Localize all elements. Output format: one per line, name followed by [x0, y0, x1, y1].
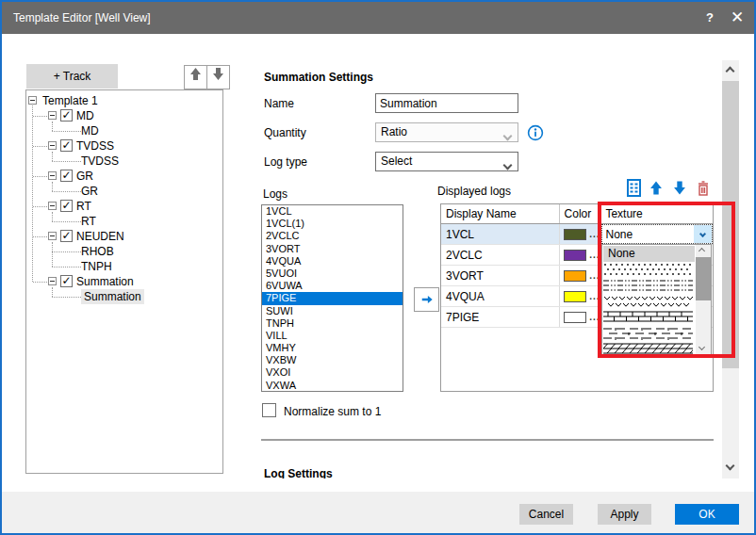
- logtype-select[interactable]: Select: [375, 152, 518, 171]
- tree-node-label[interactable]: TVDSS: [76, 138, 114, 154]
- tree-row[interactable]: ✓NEUDEN: [26, 229, 222, 244]
- tree-row[interactable]: RHOB: [26, 244, 222, 259]
- texture-option-zigzag[interactable]: [603, 294, 695, 310]
- scroll-up-icon[interactable]: [698, 248, 705, 254]
- scroll-down-icon[interactable]: [698, 344, 705, 350]
- color-swatch[interactable]: [564, 229, 587, 240]
- close-button[interactable]: ✕: [722, 2, 752, 34]
- tree-row[interactable]: GR: [26, 184, 222, 199]
- texture-option-dots[interactable]: [603, 262, 695, 278]
- logs-listbox[interactable]: 1VCL1VCL(1)2VCLC3VORT4VQUA5VUOI6VUWA7PIG…: [261, 204, 403, 392]
- scroll-up-icon[interactable]: [726, 67, 735, 76]
- color-more-button[interactable]: ...: [589, 250, 600, 260]
- tree-node-label[interactable]: MD: [76, 108, 94, 123]
- tree-expander-icon[interactable]: [48, 277, 57, 285]
- logs-item[interactable]: SUWI: [262, 305, 403, 317]
- tree-checkbox[interactable]: ✓: [60, 275, 73, 287]
- info-icon[interactable]: [527, 124, 544, 141]
- tree-row[interactable]: ✓TVDSS: [26, 138, 222, 154]
- column-header[interactable]: Color: [560, 204, 601, 223]
- tree-node-label[interactable]: Summation: [76, 274, 134, 289]
- trash-icon[interactable]: [697, 180, 710, 197]
- tree-expander-icon[interactable]: [48, 141, 57, 150]
- apply-button[interactable]: Apply: [598, 504, 651, 525]
- tree-expander-icon[interactable]: [48, 232, 57, 240]
- name-input[interactable]: [375, 93, 518, 113]
- tree-expander-icon[interactable]: [48, 202, 57, 210]
- texture-option-none[interactable]: None: [603, 246, 695, 262]
- logs-item[interactable]: 2VCLC: [262, 230, 403, 242]
- texture-combobox[interactable]: None: [601, 224, 714, 244]
- color-more-button[interactable]: ...: [589, 312, 600, 322]
- tree-row[interactable]: ✓RT: [26, 199, 222, 214]
- tree-node-label[interactable]: RHOB: [81, 244, 114, 259]
- table-row[interactable]: 1VCL...None: [441, 224, 713, 245]
- scrollbar-thumb[interactable]: [696, 257, 711, 300]
- color-swatch[interactable]: [564, 270, 587, 282]
- add-track-button[interactable]: + Track: [26, 64, 118, 89]
- tree-row[interactable]: TNPH: [26, 259, 222, 274]
- tree-node-label[interactable]: GR: [76, 169, 93, 184]
- tree-checkbox[interactable]: ✓: [60, 139, 73, 152]
- logs-item[interactable]: VILL: [262, 330, 403, 342]
- tree-node-label[interactable]: GR: [81, 184, 98, 199]
- normalize-checkbox[interactable]: [262, 403, 276, 417]
- tree-row[interactable]: ✓MD: [26, 108, 222, 123]
- logs-item[interactable]: 3VORT: [262, 243, 403, 255]
- color-swatch[interactable]: [564, 312, 587, 323]
- move-row-down-button[interactable]: [673, 180, 686, 196]
- scroll-down-icon[interactable]: [726, 462, 735, 471]
- logs-item[interactable]: VXWA: [262, 380, 403, 392]
- tree-row[interactable]: ✓GR: [26, 169, 222, 184]
- tree-node-label[interactable]: Summation: [81, 289, 144, 304]
- column-header[interactable]: Texture: [600, 204, 713, 223]
- logs-item[interactable]: 6VUWA: [262, 280, 403, 292]
- logs-item[interactable]: 7PIGE: [262, 292, 403, 304]
- ok-button[interactable]: OK: [675, 504, 739, 525]
- tree-row[interactable]: MD: [26, 123, 222, 138]
- texture-option-dash-dot[interactable]: [603, 278, 695, 294]
- texture-dropdown-list[interactable]: None: [601, 244, 712, 356]
- add-log-button[interactable]: [414, 287, 439, 312]
- tree-row[interactable]: Template 1: [26, 93, 222, 108]
- tree-node-label[interactable]: RT: [76, 199, 91, 214]
- texture-option-diagonal-brick[interactable]: [603, 342, 695, 358]
- tree-checkbox[interactable]: ✓: [60, 109, 73, 122]
- move-track-up-button[interactable]: [184, 65, 207, 89]
- logs-item[interactable]: 4VQUA: [262, 255, 403, 268]
- logs-item[interactable]: VXBW: [262, 354, 403, 366]
- titlebar[interactable]: Template Editor [Well View] ? ✕: [2, 2, 754, 34]
- logs-item[interactable]: 1VCL(1): [262, 218, 403, 230]
- move-row-up-button[interactable]: [649, 180, 663, 196]
- tree-checkbox[interactable]: ✓: [60, 170, 73, 182]
- logs-item[interactable]: 5VUOI: [262, 268, 403, 280]
- tree-node-label[interactable]: Template 1: [42, 93, 98, 108]
- tree-row[interactable]: ✓Summation: [26, 274, 222, 289]
- color-more-button[interactable]: ...: [589, 229, 600, 239]
- tree-expander-icon[interactable]: [48, 171, 57, 180]
- scrollbar-thumb[interactable]: [722, 81, 739, 368]
- panel-scrollbar[interactable]: [722, 60, 739, 478]
- tree-row[interactable]: TVDSS: [26, 154, 222, 169]
- color-more-button[interactable]: ...: [589, 291, 600, 301]
- help-button[interactable]: ?: [696, 2, 724, 34]
- tree-checkbox[interactable]: ✓: [60, 200, 73, 212]
- tree-node-label[interactable]: NEUDEN: [76, 229, 124, 244]
- column-header[interactable]: Display Name: [441, 204, 560, 223]
- table-icon[interactable]: [627, 179, 641, 197]
- logs-item[interactable]: TNPH: [262, 317, 403, 330]
- tree-row[interactable]: Summation: [26, 289, 222, 304]
- color-more-button[interactable]: ...: [589, 270, 600, 281]
- texture-dropdown-button[interactable]: [694, 225, 712, 243]
- tree-expander-icon[interactable]: [48, 111, 57, 120]
- tree-checkbox[interactable]: ✓: [60, 230, 73, 242]
- template-tree[interactable]: Template 1✓MDMD✓TVDSSTVDSS✓GRGR✓RTRT✓NEU…: [25, 89, 223, 474]
- color-swatch[interactable]: [564, 291, 587, 302]
- logs-item[interactable]: 1VCL: [262, 205, 403, 218]
- tree-node-label[interactable]: MD: [81, 123, 99, 138]
- logs-item[interactable]: VMHY: [262, 342, 403, 354]
- move-track-down-button[interactable]: [206, 65, 230, 89]
- tree-node-label[interactable]: TNPH: [81, 259, 112, 274]
- tree-node-label[interactable]: RT: [81, 214, 96, 229]
- tree-expander-icon[interactable]: [28, 96, 37, 105]
